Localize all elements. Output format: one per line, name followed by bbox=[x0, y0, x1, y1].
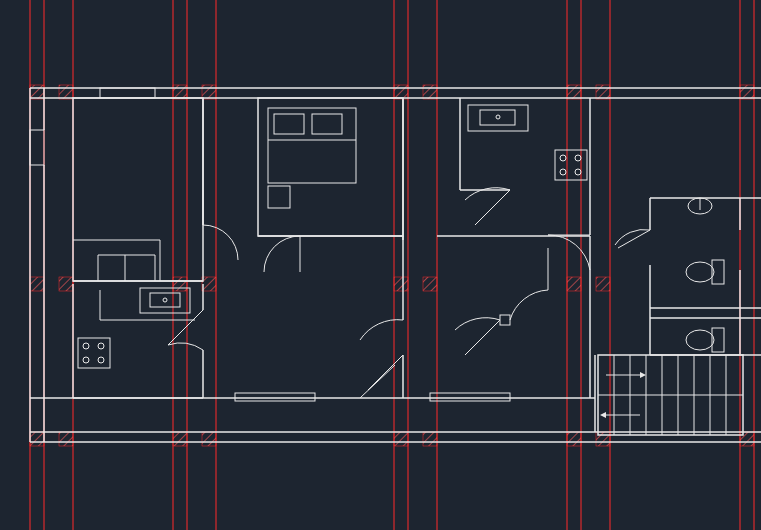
kitchen-top-right bbox=[460, 98, 590, 270]
svg-rect-24 bbox=[30, 277, 44, 291]
svg-rect-40 bbox=[740, 432, 754, 446]
svg-rect-63 bbox=[312, 114, 342, 134]
svg-point-98 bbox=[83, 357, 89, 363]
svg-rect-73 bbox=[555, 150, 587, 180]
svg-rect-32 bbox=[30, 432, 44, 446]
svg-rect-17 bbox=[173, 85, 187, 99]
svg-rect-27 bbox=[202, 277, 216, 291]
columns bbox=[30, 85, 754, 446]
outer-walls bbox=[30, 88, 761, 442]
svg-rect-18 bbox=[202, 85, 216, 99]
svg-rect-50 bbox=[73, 98, 203, 281]
svg-rect-30 bbox=[567, 277, 581, 291]
svg-rect-19 bbox=[394, 85, 408, 99]
svg-rect-71 bbox=[480, 110, 515, 125]
svg-marker-131 bbox=[600, 412, 606, 418]
svg-rect-33 bbox=[59, 432, 73, 446]
svg-rect-35 bbox=[202, 432, 216, 446]
svg-rect-95 bbox=[78, 338, 110, 368]
svg-rect-91 bbox=[150, 293, 180, 307]
svg-rect-90 bbox=[140, 288, 190, 313]
svg-rect-85 bbox=[500, 315, 510, 325]
kitchen-bottom-left bbox=[73, 284, 203, 398]
svg-rect-26 bbox=[173, 277, 187, 291]
svg-rect-36 bbox=[394, 432, 408, 446]
svg-point-75 bbox=[575, 155, 581, 161]
svg-rect-57 bbox=[100, 88, 155, 98]
svg-marker-129 bbox=[640, 372, 646, 378]
svg-point-76 bbox=[560, 169, 566, 175]
svg-rect-22 bbox=[596, 85, 610, 99]
mid-walls bbox=[73, 236, 590, 398]
svg-point-97 bbox=[98, 343, 104, 349]
svg-rect-59 bbox=[258, 98, 403, 236]
svg-point-92 bbox=[163, 298, 167, 302]
svg-rect-28 bbox=[394, 277, 408, 291]
svg-point-110 bbox=[686, 262, 714, 282]
svg-rect-70 bbox=[468, 105, 528, 131]
svg-rect-38 bbox=[567, 432, 581, 446]
svg-point-74 bbox=[560, 155, 566, 161]
svg-line-103 bbox=[360, 365, 395, 398]
svg-point-77 bbox=[575, 169, 581, 175]
svg-line-115 bbox=[618, 230, 650, 248]
svg-rect-20 bbox=[423, 85, 437, 99]
svg-point-112 bbox=[686, 330, 714, 350]
svg-point-72 bbox=[496, 115, 500, 119]
svg-rect-100 bbox=[235, 393, 315, 401]
bedroom-top bbox=[258, 98, 403, 272]
svg-rect-16 bbox=[59, 85, 73, 99]
svg-rect-25 bbox=[59, 277, 73, 291]
svg-rect-101 bbox=[430, 393, 510, 401]
svg-rect-49 bbox=[30, 130, 44, 165]
svg-rect-15 bbox=[30, 85, 44, 99]
svg-point-96 bbox=[83, 343, 89, 349]
svg-rect-62 bbox=[274, 114, 304, 134]
stairs bbox=[598, 355, 743, 435]
svg-rect-34 bbox=[173, 432, 187, 446]
svg-rect-64 bbox=[268, 186, 290, 208]
bedroom-left bbox=[73, 88, 238, 281]
svg-rect-23 bbox=[740, 85, 754, 99]
svg-rect-21 bbox=[567, 85, 581, 99]
svg-point-99 bbox=[98, 357, 104, 363]
bathrooms bbox=[615, 198, 761, 355]
svg-rect-31 bbox=[596, 277, 610, 291]
grid-lines bbox=[30, 0, 754, 530]
svg-rect-29 bbox=[423, 277, 437, 291]
floor-plan-canvas[interactable] bbox=[0, 0, 761, 530]
svg-rect-37 bbox=[423, 432, 437, 446]
